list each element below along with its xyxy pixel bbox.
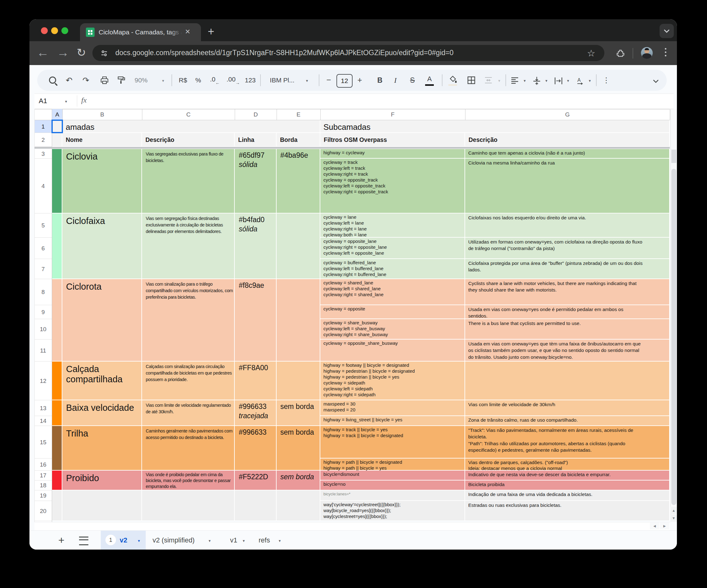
sheet-tab-refs[interactable]: refs [259, 536, 270, 544]
row-number-1[interactable]: 1 [41, 123, 45, 130]
toolbar-collapse-icon[interactable] [651, 76, 661, 87]
merge-dropdown-icon[interactable]: ▾ [498, 78, 501, 83]
v-scroll-down-button[interactable]: ▾ [670, 515, 677, 522]
site-info-icon[interactable] [99, 48, 109, 60]
row-number-15[interactable]: 15 [40, 439, 46, 446]
row-number-5[interactable]: 5 [41, 222, 45, 229]
reload-icon[interactable]: ↻ [77, 46, 86, 59]
avatar[interactable] [641, 47, 653, 59]
active-sheet-dropdown-icon[interactable]: ▾ [138, 539, 140, 543]
cell-desc-7[interactable] [142, 490, 234, 520]
band-Ciclorota[interactable] [52, 279, 62, 361]
print-icon[interactable] [100, 76, 109, 86]
font-select[interactable]: IBM Pl... [270, 76, 294, 84]
selection-box-a1[interactable] [52, 119, 63, 133]
row-number-2[interactable]: 2 [41, 137, 45, 143]
text-rotate-dropdown-icon[interactable]: ▾ [589, 78, 591, 83]
h-scroll-left-button[interactable]: ◂ [650, 523, 659, 529]
fill-color-icon[interactable] [448, 75, 458, 85]
band-Calçada compartilhada[interactable] [52, 362, 62, 400]
cell-borda-3[interactable] [277, 362, 320, 400]
zoom-dropdown-icon[interactable]: ▾ [162, 78, 164, 83]
paint-format-icon[interactable] [117, 76, 126, 86]
v-scroll-thumb[interactable] [671, 169, 676, 505]
row-number-12[interactable]: 12 [40, 378, 46, 384]
cell-borda-2[interactable] [277, 279, 320, 361]
cell-b1[interactable]: amadas [66, 122, 95, 132]
column-header-A[interactable]: A [55, 111, 59, 118]
row-number-4[interactable]: 4 [41, 183, 45, 190]
row-number-16[interactable]: 16 [40, 461, 46, 468]
row-number-8[interactable]: 8 [41, 289, 45, 296]
bold-button[interactable]: B [377, 76, 383, 84]
decrease-font-size-button[interactable]: − [326, 76, 331, 84]
row-number-20[interactable]: 20 [40, 508, 46, 515]
column-header-C[interactable]: C [187, 111, 191, 118]
font-dropdown-icon[interactable]: ▾ [306, 78, 308, 83]
traffic-light-minimize[interactable] [51, 27, 58, 34]
sheet-tab-v2simplified[interactable]: v2 (simplified) [153, 536, 195, 544]
browser-menu-icon[interactable] [665, 48, 666, 57]
active-sheet-tab-label[interactable]: v2 [120, 536, 127, 544]
cell-f1[interactable]: Subcamadas [324, 122, 371, 132]
increase-decimal-button[interactable]: .00→ [226, 76, 235, 83]
strikethrough-button[interactable]: S [410, 76, 414, 84]
column-header-E[interactable]: E [297, 111, 300, 118]
all-sheets-button[interactable] [79, 537, 88, 545]
cell-linha-2[interactable] [235, 279, 276, 361]
traffic-light-zoom[interactable] [61, 27, 68, 34]
band-Proibido[interactable] [52, 471, 62, 490]
row-number-13[interactable]: 13 [40, 405, 46, 412]
cell-g12[interactable] [465, 362, 669, 400]
column-header-B[interactable]: B [100, 111, 104, 118]
row-number-6[interactable]: 6 [41, 245, 45, 252]
band-Trilha[interactable] [52, 426, 62, 470]
band-Ciclovia[interactable] [52, 149, 62, 213]
band-empty[interactable] [52, 490, 62, 520]
traffic-light-close[interactable] [41, 27, 48, 34]
sheet-tab-v2simplified-dropdown[interactable]: ▾ [209, 539, 211, 543]
sheet-tab-v1-dropdown[interactable]: ▾ [243, 539, 245, 543]
text-color-button[interactable]: A [427, 75, 432, 83]
cell-borda-1[interactable] [277, 214, 320, 279]
tab-search-chevron[interactable] [660, 24, 674, 38]
add-sheet-button[interactable]: + [58, 535, 65, 545]
vertical-align-icon[interactable] [532, 76, 541, 87]
vertical-align-dropdown-icon[interactable]: ▾ [545, 78, 548, 83]
horizontal-align-dropdown-icon[interactable]: ▾ [524, 78, 526, 83]
extensions-icon[interactable] [615, 48, 626, 60]
row-number-19[interactable]: 19 [40, 492, 46, 499]
column-header-G[interactable]: G [565, 111, 570, 118]
currency-format-button[interactable]: R$ [179, 76, 187, 84]
v-scroll-up-button[interactable]: ▴ [670, 507, 677, 514]
text-wrap-dropdown-icon[interactable]: ▾ [567, 78, 569, 83]
tab-close-icon[interactable]: × [185, 27, 190, 36]
forward-icon[interactable]: → [57, 46, 69, 59]
increase-font-size-button[interactable]: + [357, 76, 362, 84]
name-box-dropdown-icon[interactable]: ▾ [65, 99, 67, 104]
sheet-tab-v1[interactable]: v1 [230, 536, 237, 544]
sheet-tab-refs-dropdown[interactable]: ▾ [279, 539, 281, 543]
row-number-3[interactable]: 3 [41, 151, 45, 157]
new-tab-button[interactable]: + [208, 26, 214, 37]
cell-linha-7[interactable] [235, 490, 276, 520]
row-number-9[interactable]: 9 [41, 309, 45, 316]
italic-button[interactable]: I [394, 76, 397, 84]
text-rotate-icon[interactable]: A [575, 76, 585, 87]
row-number-7[interactable]: 7 [41, 266, 45, 272]
column-header-F[interactable]: F [391, 111, 395, 118]
column-header-D[interactable]: D [254, 111, 258, 118]
font-size-input[interactable]: 12 [336, 74, 352, 88]
text-wrap-icon[interactable] [554, 76, 563, 87]
more-toolbar-icon[interactable]: ⋮ [603, 76, 610, 84]
merge-cells-icon[interactable] [484, 76, 493, 86]
row-number-10[interactable]: 10 [40, 326, 46, 333]
number-format-button[interactable]: 123 [245, 76, 256, 84]
cell-borda-7[interactable] [277, 490, 320, 520]
borders-icon[interactable] [467, 76, 476, 86]
row-number-18[interactable]: 18 [40, 482, 46, 489]
zoom-select[interactable]: 90% [135, 76, 147, 84]
h-scroll-right-button[interactable]: ▸ [660, 523, 669, 529]
band-Baixa velocidade[interactable] [52, 400, 62, 425]
row-number-17[interactable]: 17 [40, 472, 46, 479]
